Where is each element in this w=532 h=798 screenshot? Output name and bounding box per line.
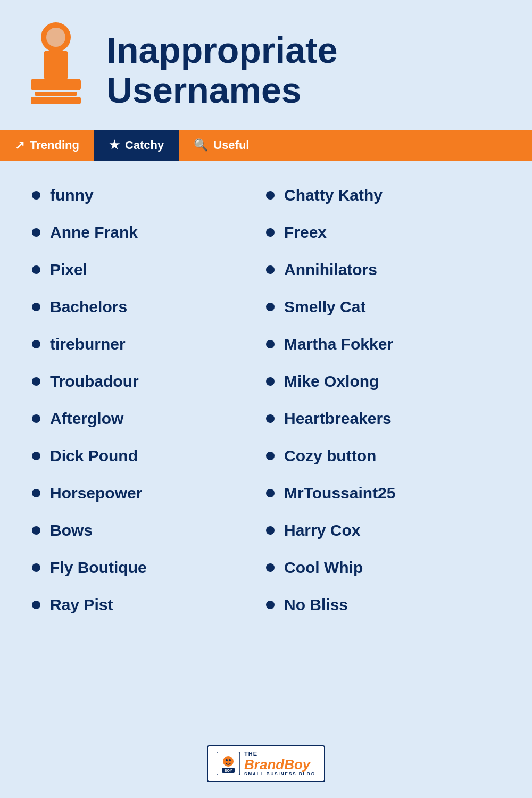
svg-rect-3: [31, 79, 81, 90]
list-item: Chatty Kathy: [266, 177, 500, 214]
item-label: Bows: [50, 521, 93, 539]
bullet-dot: [32, 452, 40, 460]
tab-useful[interactable]: 🔍 Useful: [179, 130, 264, 161]
list-item: Smelly Cat: [266, 288, 500, 326]
svg-rect-2: [44, 51, 68, 80]
item-label: Harry Cox: [284, 521, 360, 539]
bullet-dot: [32, 303, 40, 311]
bullet-dot: [266, 601, 275, 609]
bullet-dot: [266, 414, 275, 423]
list-item: Afterglow: [32, 400, 266, 437]
item-label: Dick Pound: [50, 447, 138, 465]
left-column: funny Anne Frank Pixel Bachelors tirebur…: [32, 177, 266, 719]
list-item: Anne Frank: [32, 214, 266, 251]
bullet-dot: [266, 452, 275, 460]
item-label: No Bliss: [284, 596, 348, 614]
item-label: Fly Boutique: [50, 559, 147, 577]
page-title: Inappropriate Usernames: [106, 30, 338, 110]
bullet-dot: [266, 563, 275, 572]
bullet-dot: [32, 377, 40, 386]
item-label: Afterglow: [50, 410, 123, 428]
logo-box: BOY the BrandBoy Small Business Blog: [207, 745, 325, 782]
item-label: Freex: [284, 223, 327, 242]
bullet-dot: [32, 489, 40, 497]
item-label: Ray Pist: [50, 596, 113, 614]
item-label: Cozy button: [284, 447, 376, 465]
stamp-icon: [21, 21, 90, 119]
useful-icon: 🔍: [194, 138, 208, 152]
item-label: Smelly Cat: [284, 298, 365, 316]
list-item: Annihilators: [266, 251, 500, 288]
list-item: Pixel: [32, 251, 266, 288]
header-section: Inappropriate Usernames: [0, 0, 532, 130]
svg-point-8: [226, 759, 228, 761]
list-item: Heartbreakers: [266, 400, 500, 437]
bullet-dot: [266, 526, 275, 535]
bullet-dot: [32, 228, 40, 237]
bullet-dot: [32, 563, 40, 572]
logo-sub: Small Business Blog: [244, 772, 315, 777]
tab-catchy[interactable]: ★ Catchy: [94, 130, 179, 161]
list-item: Bachelors: [32, 288, 266, 326]
list-item: Horsepower: [32, 475, 266, 512]
list-item: Cozy button: [266, 437, 500, 475]
list-item: Ray Pist: [32, 586, 266, 624]
list-item: Mike Oxlong: [266, 363, 500, 400]
svg-point-7: [223, 756, 234, 767]
bullet-dot: [32, 340, 40, 348]
svg-rect-4: [35, 92, 77, 96]
item-label: Heartbreakers: [284, 410, 392, 428]
trending-icon: ↗: [15, 138, 24, 152]
list-item: Troubadour: [32, 363, 266, 400]
bullet-dot: [32, 191, 40, 200]
footer: BOY the BrandBoy Small Business Blog: [0, 735, 532, 798]
svg-text:BOY: BOY: [224, 769, 232, 772]
svg-rect-5: [31, 97, 81, 104]
right-column: Chatty Kathy Freex Annihilators Smelly C…: [266, 177, 500, 719]
item-label: Pixel: [50, 261, 87, 279]
item-label: Cool Whip: [284, 559, 363, 577]
item-label: Horsepower: [50, 484, 142, 502]
item-label: Anne Frank: [50, 223, 138, 242]
tab-bar-end: [264, 130, 533, 161]
bullet-dot: [266, 303, 275, 311]
logo-face-icon: BOY: [217, 752, 240, 775]
list-item: Fly Boutique: [32, 549, 266, 586]
tab-trending[interactable]: ↗ Trending: [0, 130, 94, 161]
catchy-icon: ★: [109, 138, 120, 152]
list-item: No Bliss: [266, 586, 500, 624]
item-label: Mike Oxlong: [284, 372, 379, 390]
list-item: funny: [32, 177, 266, 214]
item-label: MrToussaint25: [284, 484, 396, 502]
item-label: funny: [50, 186, 94, 204]
bullet-dot: [32, 601, 40, 609]
svg-point-9: [229, 759, 231, 761]
tab-useful-label: Useful: [213, 138, 249, 152]
item-label: Bachelors: [50, 298, 127, 316]
list-item: tireburner: [32, 326, 266, 363]
logo-brand: BrandBoy: [244, 757, 315, 772]
tabs-bar: ↗ Trending ★ Catchy 🔍 Useful: [0, 130, 532, 161]
bullet-dot: [266, 228, 275, 237]
bullet-dot: [266, 489, 275, 497]
bullet-dot: [266, 191, 275, 200]
item-label: Martha Fokker: [284, 335, 393, 353]
bullet-dot: [32, 414, 40, 423]
list-item: Bows: [32, 512, 266, 549]
bullet-dot: [32, 265, 40, 274]
content-area: funny Anne Frank Pixel Bachelors tirebur…: [0, 161, 532, 735]
logo-text: the BrandBoy Small Business Blog: [244, 751, 315, 777]
list-item: Cool Whip: [266, 549, 500, 586]
bullet-dot: [266, 340, 275, 348]
item-label: Annihilators: [284, 261, 377, 279]
item-label: Chatty Kathy: [284, 186, 383, 204]
list-item: Freex: [266, 214, 500, 251]
list-item: Dick Pound: [32, 437, 266, 475]
list-item: MrToussaint25: [266, 475, 500, 512]
bullet-dot: [266, 265, 275, 274]
svg-point-1: [46, 28, 65, 47]
list-item: Martha Fokker: [266, 326, 500, 363]
item-label: tireburner: [50, 335, 126, 353]
tab-trending-label: Trending: [30, 138, 79, 152]
item-label: Troubadour: [50, 372, 139, 390]
